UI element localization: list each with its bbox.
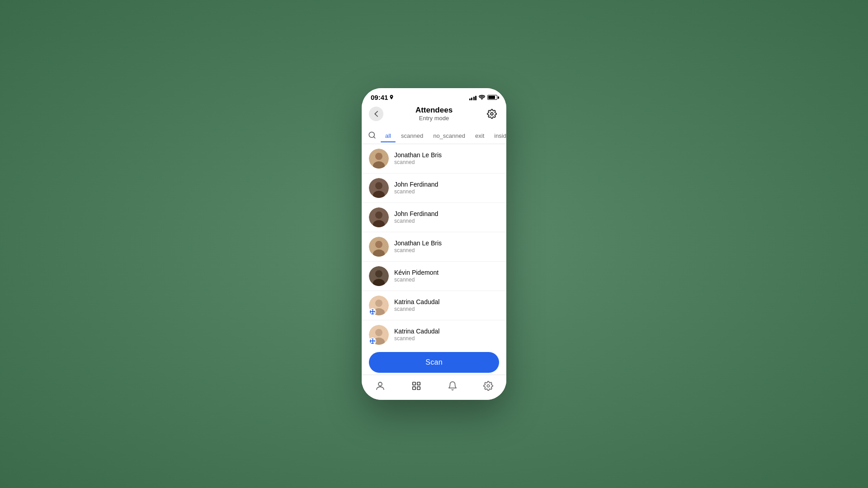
signal-icon bbox=[469, 95, 477, 100]
tab-settings[interactable] bbox=[476, 379, 500, 393]
gear-icon bbox=[487, 109, 497, 119]
list-item[interactable]: Katrina Cadudal scanned bbox=[362, 291, 506, 320]
back-arrow-icon bbox=[373, 111, 379, 117]
attendee-name: Kévin Pidemont bbox=[394, 268, 499, 277]
scan-button[interactable]: Scan bbox=[369, 352, 499, 373]
attendee-info: Katrina Cadudal scanned bbox=[394, 327, 499, 343]
scan-button-container: Scan bbox=[362, 348, 506, 376]
settings-button[interactable] bbox=[485, 107, 499, 121]
svg-rect-40 bbox=[413, 386, 415, 389]
header-title-group: Attendees Entry mode bbox=[415, 106, 453, 122]
attendee-status: scanned bbox=[394, 306, 499, 313]
avatar-with-badge bbox=[369, 325, 389, 345]
page-title: Attendees bbox=[415, 106, 453, 115]
svg-rect-41 bbox=[417, 386, 420, 389]
svg-rect-22 bbox=[373, 312, 375, 314]
list-item[interactable]: Kévin Pidemont scanned bbox=[362, 262, 506, 291]
tab-no-scanned[interactable]: no_scanned bbox=[429, 130, 470, 142]
avatar bbox=[369, 178, 389, 198]
svg-rect-38 bbox=[413, 382, 415, 385]
attendee-status: scanned bbox=[394, 218, 499, 225]
search-button[interactable] bbox=[368, 128, 380, 144]
svg-rect-39 bbox=[417, 382, 420, 385]
attendee-info: Katrina Cadudal scanned bbox=[394, 298, 499, 313]
avatar bbox=[369, 207, 389, 227]
search-icon bbox=[368, 131, 376, 139]
bell-icon bbox=[448, 381, 458, 391]
settings-icon bbox=[483, 381, 493, 391]
page-subtitle: Entry mode bbox=[415, 115, 453, 122]
filter-bar: all scanned no_scanned exit inside bbox=[362, 126, 506, 144]
attendee-name: John Ferdinand bbox=[394, 210, 499, 218]
list-item[interactable]: Jonathan Le Bris scanned bbox=[362, 144, 506, 174]
svg-point-37 bbox=[378, 382, 382, 386]
attendee-name: Jonathan Le Bris bbox=[394, 151, 499, 159]
svg-point-8 bbox=[375, 211, 382, 219]
svg-rect-21 bbox=[371, 312, 373, 314]
tab-bar bbox=[362, 375, 506, 400]
avatar bbox=[369, 149, 389, 169]
svg-rect-20 bbox=[373, 310, 375, 311]
wifi-icon bbox=[479, 95, 485, 100]
attendee-info: John Ferdinand scanned bbox=[394, 180, 499, 196]
list-item[interactable]: John Ferdinand scanned bbox=[362, 174, 506, 203]
tab-all[interactable]: all bbox=[381, 130, 396, 142]
battery-icon bbox=[487, 95, 497, 100]
qr-badge bbox=[369, 308, 376, 315]
attendee-name: Katrina Cadudal bbox=[394, 298, 499, 306]
tab-exit[interactable]: exit bbox=[471, 130, 489, 142]
svg-rect-28 bbox=[371, 342, 373, 343]
avatar bbox=[369, 266, 389, 286]
list-item[interactable]: Katrina Cadudal scanned bbox=[362, 320, 506, 350]
svg-rect-27 bbox=[373, 339, 375, 341]
svg-rect-26 bbox=[371, 339, 373, 341]
status-time: 09:41 bbox=[371, 94, 394, 101]
location-icon bbox=[389, 95, 394, 100]
qr-badge bbox=[369, 338, 376, 345]
attendee-name: John Ferdinand bbox=[394, 180, 499, 188]
attendee-name: Katrina Cadudal bbox=[394, 327, 499, 335]
avatar bbox=[369, 237, 389, 257]
tab-notifications[interactable] bbox=[440, 379, 465, 393]
attendee-info: Jonathan Le Bris scanned bbox=[394, 151, 499, 166]
avatar-with-badge bbox=[369, 296, 389, 315]
grid-icon bbox=[411, 381, 421, 391]
attendee-name: Jonathan Le Bris bbox=[394, 239, 499, 247]
profile-icon bbox=[375, 380, 386, 391]
back-button[interactable] bbox=[369, 107, 383, 121]
attendee-info: Jonathan Le Bris scanned bbox=[394, 239, 499, 254]
attendee-info: Kévin Pidemont scanned bbox=[394, 268, 499, 284]
attendee-status: scanned bbox=[394, 277, 499, 284]
phone-frame: 09:41 Attend bbox=[362, 88, 506, 400]
tab-inside[interactable]: inside bbox=[490, 130, 506, 142]
svg-point-5 bbox=[375, 182, 382, 189]
tab-grid[interactable] bbox=[404, 379, 429, 393]
svg-rect-29 bbox=[373, 342, 375, 343]
attendee-status: scanned bbox=[394, 159, 499, 166]
svg-point-17 bbox=[375, 300, 382, 307]
svg-point-11 bbox=[375, 241, 382, 248]
svg-rect-19 bbox=[371, 310, 373, 311]
svg-point-14 bbox=[375, 270, 382, 277]
list-item[interactable]: Jonathan Le Bris scanned bbox=[362, 232, 506, 262]
attendee-status: scanned bbox=[394, 335, 499, 343]
status-icons bbox=[469, 95, 498, 100]
svg-point-2 bbox=[375, 153, 382, 160]
status-bar: 09:41 bbox=[362, 88, 506, 103]
svg-point-24 bbox=[375, 329, 382, 336]
attendee-status: scanned bbox=[394, 247, 499, 254]
list-item[interactable]: John Ferdinand scanned bbox=[362, 203, 506, 232]
tab-scanned[interactable]: scanned bbox=[396, 130, 428, 142]
time-display: 09:41 bbox=[371, 94, 388, 101]
attendee-info: John Ferdinand scanned bbox=[394, 210, 499, 225]
svg-point-42 bbox=[487, 385, 490, 387]
nav-header: Attendees Entry mode bbox=[362, 103, 506, 126]
attendee-status: scanned bbox=[394, 188, 499, 196]
tab-profile[interactable] bbox=[368, 379, 393, 393]
